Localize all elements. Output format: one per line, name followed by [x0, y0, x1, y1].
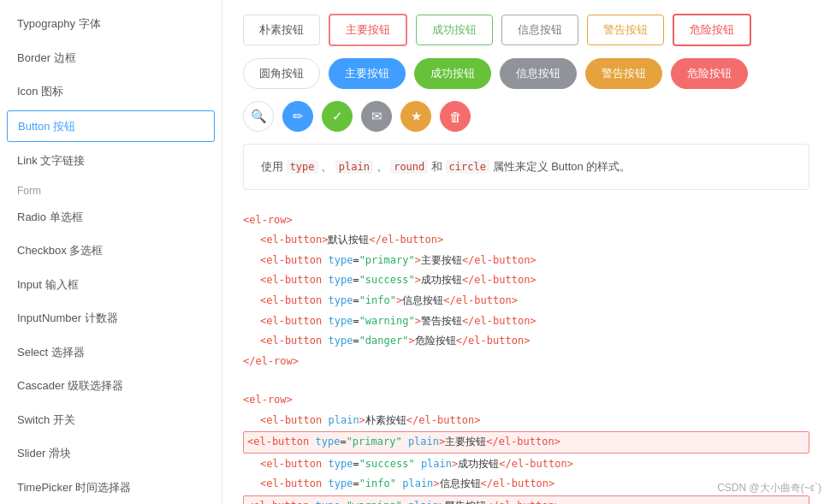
sidebar-item-cascader[interactable]: Cascader 级联选择器	[0, 369, 222, 403]
round-warning-button[interactable]: 警告按钮	[585, 58, 662, 89]
circle-search-button[interactable]: 🔍	[243, 101, 274, 132]
code-line3: <el-button type="success">成功按钮</el-butto…	[260, 270, 809, 291]
desc-code-round: round	[390, 160, 428, 174]
round-primary-button[interactable]: 主要按钮	[329, 58, 406, 89]
circle-delete-button[interactable]: 🗑	[440, 101, 471, 132]
sidebar-item-slider[interactable]: Slider 滑块	[0, 436, 222, 471]
circle-check-button[interactable]: ✓	[322, 101, 353, 132]
description-box: 使用 type 、 plain 、 round 和 circle 属性来定义 B…	[243, 144, 809, 190]
sidebar-item-checkbox[interactable]: Checkbox 多选框	[0, 234, 222, 268]
code-line6: <el-button type="danger">危险按钮</el-button…	[260, 331, 809, 352]
code-row2-open: <el-row>	[243, 390, 809, 411]
sidebar-item-input[interactable]: Input 输入框	[0, 268, 222, 302]
code-line2: <el-button type="primary">主要按钮</el-butto…	[260, 251, 809, 271]
plain-primary-button[interactable]: 主要按钮	[329, 14, 407, 46]
desc-code-plain: plain	[335, 160, 373, 174]
delete-icon: 🗑	[449, 110, 462, 124]
round-info-button[interactable]: 信息按钮	[500, 58, 577, 89]
search-icon: 🔍	[251, 109, 267, 124]
plain-default-button[interactable]: 朴素按钮	[243, 15, 320, 45]
code-block: <el-row> <el-button>默认按钮</el-button> <el…	[243, 204, 809, 504]
sidebar-item-button[interactable]: Button 按钮	[7, 110, 215, 143]
check-icon: ✓	[332, 109, 343, 124]
code-line9: <el-button type="success" plain>成功按钮</el…	[260, 454, 809, 475]
plain-success-button[interactable]: 成功按钮	[416, 15, 493, 45]
sidebar-item-select[interactable]: Select 选择器	[0, 335, 222, 370]
sidebar-item-typography[interactable]: Typography 字体	[0, 7, 222, 41]
code-line1: <el-button>默认按钮</el-button>	[260, 230, 809, 251]
main-content: 朴素按钮 主要按钮 成功按钮 信息按钮 警告按钮 危险按钮 圆角按钮 主要按钮 …	[222, 0, 830, 504]
sidebar-item-link[interactable]: Link 文字链接	[0, 144, 222, 178]
plain-info-button[interactable]: 信息按钮	[501, 15, 578, 45]
round-default-button[interactable]: 圆角按钮	[243, 58, 320, 89]
star-icon: ★	[411, 109, 422, 124]
circle-edit-button[interactable]: ✏	[282, 101, 313, 132]
button-row-plain: 朴素按钮 主要按钮 成功按钮 信息按钮 警告按钮 危险按钮	[243, 14, 809, 46]
plain-warning-button[interactable]: 警告按钮	[587, 15, 664, 45]
code-line11-highlight: <el-button type="warning" plain>警告按钮</el…	[243, 495, 809, 504]
code-row1-close: </el-row>	[243, 352, 809, 372]
circle-star-button[interactable]: ★	[400, 101, 431, 132]
round-success-button[interactable]: 成功按钮	[414, 58, 491, 89]
sidebar: Typography 字体 Border 边框 Icon 图标 Button 按…	[0, 0, 222, 504]
code-row1-open: <el-row>	[243, 210, 809, 231]
form-section-label: Form	[0, 178, 222, 200]
round-danger-button[interactable]: 危险按钮	[671, 58, 748, 89]
sidebar-item-radio[interactable]: Radio 单选框	[0, 200, 222, 234]
sidebar-item-inputnumber[interactable]: InputNumber 计数器	[0, 301, 222, 335]
desc-code-type: type	[287, 160, 318, 174]
desc-code-circle: circle	[446, 160, 489, 174]
plain-danger-button[interactable]: 危险按钮	[673, 14, 751, 46]
code-line8-highlight: <el-button type="primary" plain>主要按钮</el…	[243, 431, 809, 454]
sidebar-item-icon[interactable]: Icon 图标	[0, 74, 222, 109]
button-row-circle: 🔍 ✏ ✓ ✉ ★ 🗑	[243, 101, 809, 132]
sidebar-item-timepicker[interactable]: TimePicker 时间选择器	[0, 471, 222, 505]
message-icon: ✉	[371, 109, 382, 124]
edit-icon: ✏	[293, 109, 304, 124]
sidebar-item-border[interactable]: Border 边框	[0, 41, 222, 75]
code-line7: <el-button plain>朴素按钮</el-button>	[260, 411, 809, 431]
code-line4: <el-button type="info">信息按钮</el-button>	[260, 291, 809, 311]
watermark: CSDN @大小曲奇(~ε`)	[717, 481, 821, 495]
sidebar-item-switch[interactable]: Switch 开关	[0, 403, 222, 437]
circle-message-button[interactable]: ✉	[361, 101, 392, 132]
code-line5: <el-button type="warning">警告按钮</el-butto…	[260, 311, 809, 332]
button-row-round: 圆角按钮 主要按钮 成功按钮 信息按钮 警告按钮 危险按钮	[243, 58, 809, 89]
